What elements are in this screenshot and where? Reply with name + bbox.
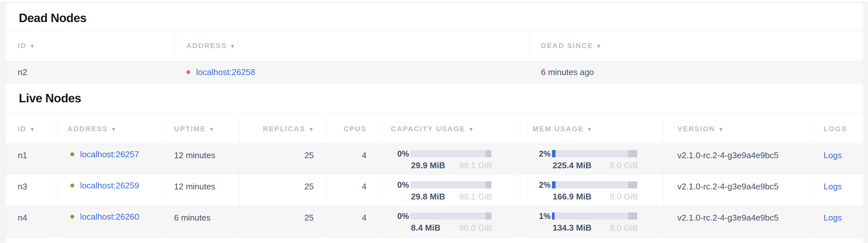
memory-total-label: 8.0 GiB [610, 161, 638, 170]
column-header-id[interactable]: ID [6, 114, 56, 143]
column-header-id-label: ID [18, 125, 27, 133]
column-header-mem-usage-label: MEM USAGE [532, 125, 584, 133]
node-mem-usage-cell: 2% 225.4 MiB 8.0 GiB [520, 144, 663, 175]
node-logs-link[interactable]: Logs [824, 151, 842, 160]
capacity-usage-bar [410, 181, 491, 188]
capacity-percent-label: 0% [391, 180, 409, 190]
capacity-percent-label: 0% [391, 211, 409, 221]
sort-arrow-icon [584, 125, 592, 133]
node-id-cell: n4 [6, 206, 56, 237]
node-cpus-cell: 4 [326, 144, 378, 175]
node-address-link[interactable]: localhost:26257 [80, 150, 139, 159]
sort-arrow-icon [465, 125, 474, 133]
memory-reserved-segment [628, 181, 637, 188]
node-cpus-cell: 4 [326, 206, 378, 237]
nodes-overview-page: Dead Nodes ID ADDRESS DEAD SINCE n2 [0, 0, 868, 243]
node-replicas-cell: 25 [239, 144, 326, 175]
node-capacity-usage-cell: 0% 8.4 MiB 98.0 GiB [378, 206, 520, 237]
node-logs-cell: Logs [810, 144, 863, 175]
node-capacity-usage-cell: 0% 29.8 MiB 98.1 GiB [378, 175, 520, 206]
node-address-link[interactable]: localhost:26259 [80, 181, 139, 190]
node-address-cell: localhost:26258 [174, 61, 530, 83]
node-replicas-cell: 25 [239, 175, 326, 206]
node-capacity-usage-cell: 0% 29.9 MiB 98.1 GiB [378, 144, 520, 175]
column-header-address[interactable]: ADDRESS [174, 30, 530, 61]
node-address-cell: localhost:26260 [56, 206, 162, 237]
column-header-id[interactable]: ID [6, 30, 174, 61]
column-header-replicas-label: REPLICAS [263, 125, 305, 133]
node-id-cell: n1 [6, 144, 56, 175]
column-header-version-label: VERSION [677, 125, 715, 133]
live-nodes-table-header: ID ADDRESS UPTIME REPLICAS CPUS [6, 114, 863, 144]
dead-status-dot-icon [186, 70, 190, 74]
live-nodes-section-heading: Live Nodes [6, 83, 863, 114]
node-logs-link[interactable]: Logs [824, 182, 842, 191]
column-header-address[interactable]: ADDRESS [56, 114, 162, 143]
live-status-dot-icon [70, 215, 74, 219]
column-header-capacity-usage-label: CAPACITY USAGE [391, 125, 465, 133]
memory-used-segment [552, 213, 555, 220]
memory-usage-bar [552, 150, 637, 157]
capacity-total-label: 98.1 GiB [459, 192, 492, 201]
dead-node-row: n2 localhost:26258 6 minutes ago [6, 61, 863, 83]
memory-total-label: 8.0 GiB [610, 192, 638, 201]
node-uptime-cell: 12 minutes [162, 144, 239, 175]
node-mem-usage-cell: 1% 134.3 MiB 8.0 GiB [520, 206, 663, 237]
memory-used-segment [552, 150, 556, 157]
capacity-usage-bar [410, 150, 491, 157]
column-header-logs-label: LOGS [824, 125, 847, 133]
memory-used-label: 166.9 MiB [553, 192, 591, 201]
memory-percent-label: 1% [532, 211, 551, 221]
capacity-reserved-segment [486, 150, 491, 157]
capacity-reserved-segment [486, 213, 491, 220]
sort-arrow-icon [108, 125, 116, 133]
node-address-link[interactable]: localhost:26258 [196, 67, 255, 77]
live-node-row: n4 localhost:26260 6 minutes 25 4 0% [6, 206, 863, 238]
live-nodes-title: Live Nodes [19, 91, 81, 105]
memory-reserved-segment [628, 213, 637, 220]
column-header-id-label: ID [18, 42, 27, 50]
column-header-replicas[interactable]: REPLICAS [239, 114, 326, 143]
node-logs-link[interactable]: Logs [824, 213, 842, 222]
right-gutter [863, 3, 868, 243]
live-node-row: n1 localhost:26257 12 minutes 25 4 0% [6, 144, 863, 175]
capacity-used-label: 29.8 MiB [411, 192, 445, 201]
memory-reserved-segment [628, 150, 637, 157]
column-header-address-label: ADDRESS [67, 125, 108, 133]
column-header-version[interactable]: VERSION [663, 114, 810, 143]
memory-used-label: 134.3 MiB [553, 223, 591, 232]
capacity-percent-label: 0% [391, 149, 409, 159]
column-header-mem-usage[interactable]: MEM USAGE [520, 114, 663, 143]
column-header-uptime[interactable]: UPTIME [162, 114, 239, 143]
node-uptime-cell: 12 minutes [162, 175, 239, 206]
memory-used-label: 225.4 MiB [553, 161, 591, 170]
memory-usage-bar [552, 181, 637, 188]
column-header-dead-since[interactable]: DEAD SINCE [530, 30, 863, 61]
capacity-reserved-segment [486, 181, 491, 188]
node-cpus-cell: 4 [326, 175, 378, 206]
column-header-capacity-usage[interactable]: CAPACITY USAGE [378, 114, 520, 143]
live-nodes-table: ID ADDRESS UPTIME REPLICAS CPUS [6, 114, 863, 238]
dead-since-cell: 6 minutes ago [530, 61, 863, 83]
column-header-logs: LOGS [810, 114, 863, 143]
dead-nodes-table-header: ID ADDRESS DEAD SINCE [6, 30, 863, 61]
node-address-cell: localhost:26259 [56, 175, 162, 206]
node-replicas-cell: 25 [239, 206, 326, 237]
memory-total-label: 8.0 GiB [610, 223, 638, 232]
node-address-cell: localhost:26257 [56, 144, 162, 175]
capacity-used-label: 29.9 MiB [411, 161, 445, 170]
dead-nodes-table: ID ADDRESS DEAD SINCE n2 localhost:26258 [6, 30, 863, 83]
node-address-link[interactable]: localhost:26260 [80, 212, 139, 221]
capacity-total-label: 98.0 GiB [459, 223, 492, 232]
capacity-usage-bar [410, 213, 491, 220]
node-version-cell: v2.1.0-rc.2-4-g3e9a4e9bc5 [663, 175, 810, 206]
sort-arrow-icon [27, 125, 35, 133]
memory-usage-bar [552, 213, 637, 220]
capacity-used-label: 8.4 MiB [411, 223, 440, 232]
live-node-row: n3 localhost:26259 12 minutes 25 4 0% [6, 175, 863, 206]
node-logs-cell: Logs [810, 206, 863, 237]
sort-arrow-icon [593, 42, 601, 50]
column-header-uptime-label: UPTIME [174, 125, 206, 133]
memory-percent-label: 2% [532, 180, 551, 190]
sort-arrow-icon [206, 125, 214, 133]
